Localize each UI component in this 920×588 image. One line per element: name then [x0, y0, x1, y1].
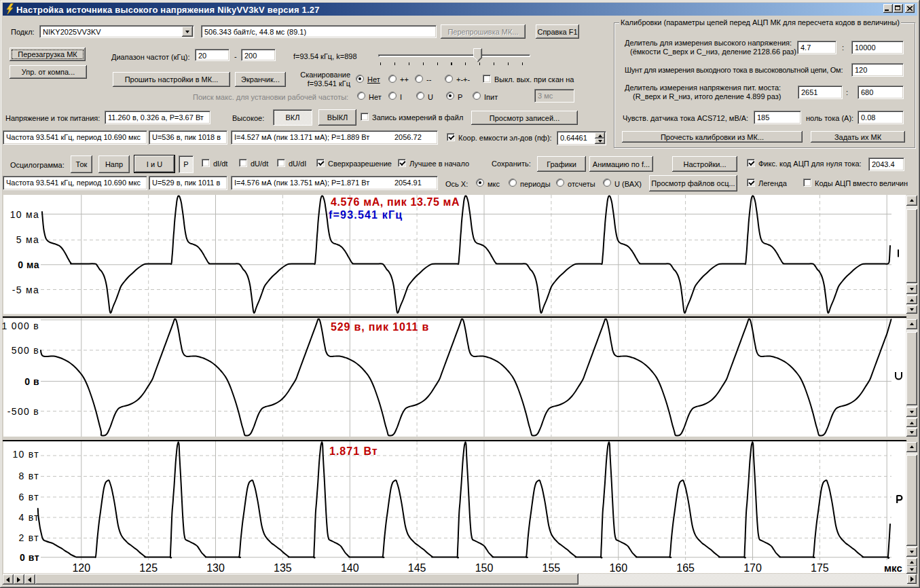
- svg-text:0 ма: 0 ма: [18, 259, 39, 270]
- svg-text:4.576 мА, пик 13.75 мА: 4.576 мА, пик 13.75 мА: [331, 196, 460, 208]
- svg-text:6 вт: 6 вт: [19, 492, 39, 502]
- svg-text:8 вт: 8 вт: [19, 471, 39, 481]
- svg-text:0 вт: 0 вт: [20, 552, 39, 563]
- svg-text:1 000 в: 1 000 в: [2, 320, 39, 331]
- svg-text:4 вт: 4 вт: [19, 512, 39, 523]
- svg-text:150: 150: [475, 562, 494, 573]
- svg-text:155: 155: [542, 562, 561, 573]
- svg-text:145: 145: [408, 562, 426, 573]
- svg-text:165: 165: [676, 562, 695, 573]
- svg-text:500 в: 500 в: [12, 345, 39, 356]
- svg-text:175: 175: [811, 562, 829, 573]
- svg-text:f=93.541 кГц: f=93.541 кГц: [329, 209, 403, 221]
- svg-text:130: 130: [206, 562, 225, 573]
- svg-text:120: 120: [72, 562, 90, 573]
- svg-text:125: 125: [139, 562, 158, 573]
- svg-text:529 в, пик 1011 в: 529 в, пик 1011 в: [331, 321, 429, 333]
- svg-text:2 вт: 2 вт: [19, 532, 39, 543]
- svg-text:-5 ма: -5 ма: [12, 284, 39, 295]
- svg-text:-500 в: -500 в: [7, 406, 39, 417]
- svg-text:10 ма: 10 ма: [10, 209, 39, 220]
- svg-text:0 в: 0 в: [24, 376, 39, 387]
- svg-text:мкс: мкс: [884, 562, 902, 573]
- svg-text:5 ма: 5 ма: [16, 234, 39, 245]
- svg-text:1.871 Вт: 1.871 Вт: [329, 445, 378, 457]
- svg-text:10 вт: 10 вт: [12, 449, 39, 460]
- svg-text:135: 135: [274, 562, 292, 573]
- svg-text:140: 140: [341, 562, 359, 573]
- svg-text:160: 160: [609, 562, 627, 573]
- svg-text:170: 170: [743, 562, 762, 573]
